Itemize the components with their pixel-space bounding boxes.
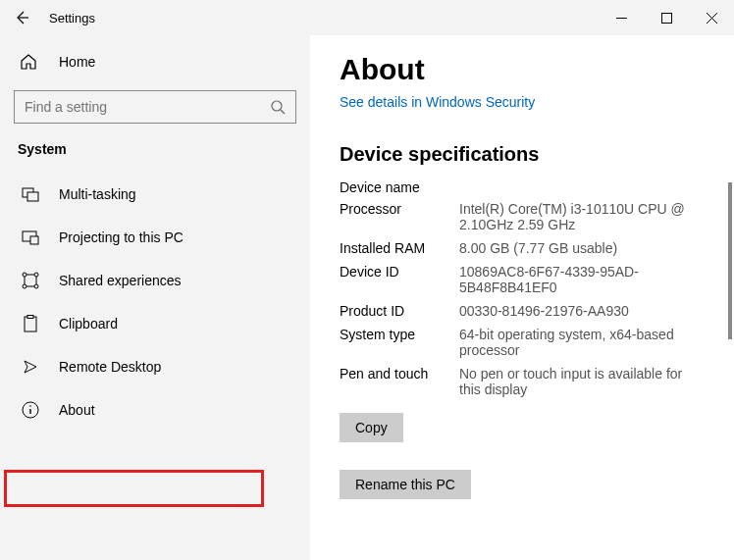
content-pane: About See details in Windows Security De… (310, 35, 734, 560)
spec-system-type-value: 64-bit operating system, x64-based proce… (459, 327, 703, 358)
sidebar-item-label: Clipboard (59, 316, 118, 331)
search-box[interactable] (14, 90, 296, 124)
search-input[interactable] (25, 99, 270, 115)
svg-point-6 (23, 273, 26, 277)
minimize-button[interactable] (599, 0, 644, 35)
spec-pen-touch-label: Pen and touch (340, 366, 453, 397)
shared-experiences-icon (20, 272, 41, 289)
titlebar: Settings (0, 0, 734, 35)
window-title: Settings (49, 11, 95, 25)
svg-rect-0 (661, 13, 671, 23)
sidebar-item-projecting[interactable]: Projecting to this PC (0, 216, 310, 259)
svg-rect-11 (27, 316, 33, 319)
spec-ram-label: Installed RAM (340, 240, 453, 256)
svg-point-7 (34, 273, 38, 277)
sidebar-item-label: Multi-tasking (59, 186, 136, 202)
sidebar-nav: Multi-tasking Projecting to this PC Shar… (0, 173, 310, 432)
spec-ram-value: 8.00 GB (7.77 GB usable) (459, 240, 703, 256)
sidebar-section-title: System (0, 137, 310, 167)
sidebar-home-label: Home (59, 54, 95, 70)
projecting-icon (20, 229, 41, 246)
security-link[interactable]: See details in Windows Security (340, 94, 535, 110)
svg-point-9 (34, 284, 38, 288)
spec-device-name-label: Device name (340, 179, 712, 195)
spec-table: Processor Intel(R) Core(TM) i3-10110U CP… (340, 201, 712, 397)
minimize-icon (616, 13, 627, 24)
sidebar-home[interactable]: Home (0, 43, 310, 80)
copy-button[interactable]: Copy (340, 413, 403, 442)
about-icon (20, 401, 41, 419)
svg-point-13 (29, 405, 31, 407)
sidebar-item-label: Shared experiences (59, 273, 182, 288)
close-button[interactable] (689, 0, 734, 35)
sidebar-item-label: Projecting to this PC (59, 229, 184, 245)
device-spec-heading: Device specifications (340, 143, 712, 166)
sidebar-item-shared-experiences[interactable]: Shared experiences (0, 259, 310, 302)
page-title: About (340, 53, 712, 86)
scrollbar[interactable] (728, 182, 732, 339)
maximize-icon (661, 13, 672, 24)
svg-point-8 (23, 284, 26, 288)
spec-device-id-label: Device ID (340, 264, 453, 295)
sidebar-item-label: Remote Desktop (59, 359, 161, 375)
rename-pc-button[interactable]: Rename this PC (340, 470, 471, 499)
multitasking-icon (20, 185, 41, 203)
spec-system-type-label: System type (340, 327, 453, 358)
close-icon (707, 13, 717, 24)
sidebar-item-remote-desktop[interactable]: Remote Desktop (0, 345, 310, 388)
clipboard-icon (20, 315, 41, 332)
sidebar: Home System Multi-tasking Pr (0, 35, 310, 560)
spec-pen-touch-value: No pen or touch input is available for t… (459, 366, 703, 397)
back-button[interactable] (0, 0, 43, 35)
sidebar-item-about[interactable]: About (0, 388, 310, 432)
spec-device-id-value: 10869AC8-6F67-4339-95AD-5B48F8B41EF0 (459, 264, 703, 295)
sidebar-item-multitasking[interactable]: Multi-tasking (0, 173, 310, 216)
window-controls (599, 0, 734, 35)
spec-product-id-value: 00330-81496-21976-AA930 (459, 303, 703, 319)
back-arrow-icon (14, 10, 29, 25)
sidebar-item-label: About (59, 402, 95, 418)
svg-rect-5 (30, 236, 38, 244)
svg-rect-10 (25, 317, 36, 331)
spec-processor-value: Intel(R) Core(TM) i3-10110U CPU @ 2.10GH… (459, 201, 703, 232)
sidebar-item-clipboard[interactable]: Clipboard (0, 302, 310, 345)
remote-desktop-icon (20, 358, 41, 376)
spec-product-id-label: Product ID (340, 303, 453, 319)
spec-processor-label: Processor (340, 201, 453, 232)
home-icon (20, 53, 41, 71)
maximize-button[interactable] (644, 0, 689, 35)
highlight-annotation (4, 470, 264, 507)
svg-rect-3 (27, 192, 38, 201)
svg-point-1 (272, 101, 282, 111)
search-icon (270, 99, 286, 115)
